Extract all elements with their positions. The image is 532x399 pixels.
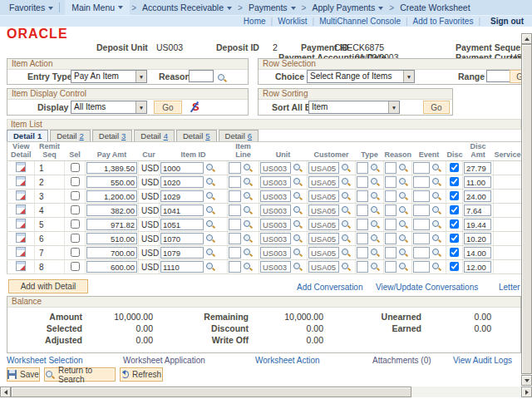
item-line-input[interactable] [229,247,241,259]
worksheet-selection-link[interactable]: Worksheet Selection [7,356,83,365]
customer-input[interactable] [308,247,339,259]
pay-amt-input[interactable] [86,261,137,273]
pay-amt-input[interactable] [86,219,137,230]
disc-amt-input[interactable] [464,219,491,230]
save-button[interactable]: Save [7,367,40,382]
sel-checkbox[interactable] [71,205,80,214]
tab-detail-5[interactable]: Detail5 [176,130,217,141]
customer-lookup-icon[interactable] [341,163,351,173]
tab-detail-4[interactable]: Detail4 [134,130,175,141]
event-lookup-icon[interactable] [431,177,441,187]
item-id-lookup-icon[interactable] [205,177,215,187]
event-lookup-icon[interactable] [431,262,441,272]
type-input[interactable] [357,261,368,273]
reason-input[interactable] [385,176,397,188]
view-audit-logs-link[interactable]: View Audit Logs [453,356,512,365]
type-input[interactable] [357,233,368,244]
event-lookup-icon[interactable] [431,234,441,244]
unit-input[interactable] [260,233,291,244]
sort-go-button[interactable]: Go [423,101,450,114]
customer-input[interactable] [308,176,339,188]
worksheet-action-link[interactable]: Worksheet Action [255,356,320,365]
add-with-detail-button[interactable]: Add with Detail [8,279,88,293]
customer-input[interactable] [308,190,339,202]
disc-amt-input[interactable] [464,162,491,174]
breadcrumb-accounts-receivable[interactable]: Accounts Receivable [138,2,236,12]
disc-amt-input[interactable] [464,204,491,216]
event-input[interactable] [413,247,430,259]
view-detail-icon[interactable] [16,176,26,186]
horizontal-scrollbar[interactable] [0,387,532,397]
reason-input[interactable] [385,162,397,174]
reason-input[interactable] [385,204,397,216]
item-id-lookup-icon[interactable] [205,219,215,229]
disc-checkbox[interactable] [450,262,459,271]
customer-lookup-icon[interactable] [341,205,351,215]
unit-input[interactable] [260,261,291,273]
refresh-button[interactable]: Refresh [120,367,163,382]
sel-checkbox[interactable] [71,248,80,257]
item-line-lookup-icon[interactable] [243,163,253,173]
customer-lookup-icon[interactable] [341,262,351,272]
item-line-lookup-icon[interactable] [243,262,253,272]
reason-input[interactable] [385,219,397,230]
letter-link[interactable]: Letter [499,283,520,292]
customer-lookup-icon[interactable] [341,248,351,258]
disc-amt-input[interactable] [464,247,491,259]
breadcrumb-payments[interactable]: Payments [244,2,300,12]
reason-lookup-icon[interactable] [398,163,408,173]
type-input[interactable] [357,190,368,202]
horizontal-scroll-thumb[interactable] [11,387,411,397]
item-line-lookup-icon[interactable] [243,205,253,215]
reason-lookup-icon[interactable] [398,205,408,215]
reason-lookup-icon[interactable] [398,219,408,229]
view-detail-icon[interactable] [16,233,26,243]
item-id-lookup-icon[interactable] [205,262,215,272]
type-lookup-icon[interactable] [370,191,380,201]
unit-lookup-icon[interactable] [293,234,303,244]
event-input[interactable] [413,261,430,273]
customer-input[interactable] [308,233,339,244]
reason-input[interactable] [385,247,397,259]
reason-lookup-icon[interactable] [398,248,408,258]
type-lookup-icon[interactable] [370,163,380,173]
type-input[interactable] [357,162,368,174]
item-line-input[interactable] [229,176,241,188]
item-id-lookup-icon[interactable] [205,163,215,173]
event-input[interactable] [413,233,430,244]
item-id-lookup-icon[interactable] [205,191,215,201]
sel-checkbox[interactable] [71,191,80,200]
unit-lookup-icon[interactable] [293,262,303,272]
unit-lookup-icon[interactable] [293,205,303,215]
event-input[interactable] [413,162,430,174]
customer-lookup-icon[interactable] [341,234,351,244]
unit-input[interactable] [260,162,291,174]
event-lookup-icon[interactable] [431,163,441,173]
type-input[interactable] [357,219,368,230]
pay-amt-input[interactable] [86,190,137,202]
disc-checkbox[interactable] [450,177,459,186]
view-detail-icon[interactable] [16,162,26,172]
type-lookup-icon[interactable] [370,205,380,215]
reason-lookup-icon[interactable] [217,73,227,83]
item-id-lookup-icon[interactable] [205,205,215,215]
unit-input[interactable] [260,190,291,202]
type-input[interactable] [357,176,368,188]
scroll-up-button[interactable] [521,33,532,44]
item-line-input[interactable] [229,162,241,174]
item-id-input[interactable] [160,261,204,273]
display-select[interactable]: All Items ▼ [71,101,147,114]
event-input[interactable] [413,219,430,230]
view-detail-icon[interactable] [16,261,26,271]
event-lookup-icon[interactable] [431,248,441,258]
vertical-scroll-thumb[interactable] [521,44,532,374]
item-id-input[interactable] [160,162,204,174]
display-go-button[interactable]: Go [154,101,182,114]
unit-lookup-icon[interactable] [293,248,303,258]
choice-select[interactable]: Select Range of Items ▼ [307,70,415,83]
scroll-down-button[interactable] [521,375,532,386]
reason-lookup-icon[interactable] [398,191,408,201]
sort-all-by-select[interactable]: Item ▼ [308,101,400,114]
unit-lookup-icon[interactable] [293,191,303,201]
view-detail-icon[interactable] [16,204,26,214]
